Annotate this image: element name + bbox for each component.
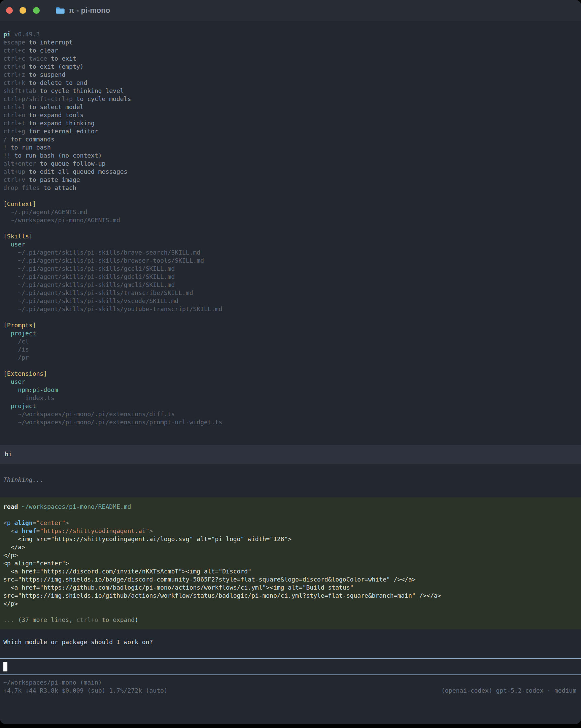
terminal-line: ~/.pi/agent/skills/pi-skills/transcribe/… [3, 289, 578, 297]
terminal-line: <a href="https://github.com/badlogic/pi-… [3, 583, 578, 592]
thinking-indicator: Thinking... [0, 476, 581, 484]
terminal-line: alt+up to edit all queued messages [3, 168, 578, 176]
terminal-line: [Extensions] [3, 370, 578, 378]
terminal-line: npm:pi-doom [3, 386, 578, 394]
terminal-line: ctrl+z to suspend [3, 71, 578, 79]
terminal-line [3, 224, 578, 232]
terminal-line: ctrl+c to clear [3, 47, 578, 55]
terminal-line: <img src="https://shittycodingagent.ai/l… [3, 535, 578, 543]
terminal-line: [Context] [3, 200, 578, 208]
help-and-context-output: pi v0.49.3escape to interruptctrl+c to c… [0, 30, 581, 426]
terminal-line: user [3, 240, 578, 249]
user-message: hi [0, 445, 581, 464]
statusbar: ~/workspaces/pi-mono (main) ↑4.7k ↓44 R3… [0, 675, 581, 695]
terminal-window: π - pi-mono pi v0.49.3escape to interrup… [0, 0, 581, 724]
terminal-line: ... (37 more lines, ctrl+o to expand) [3, 616, 578, 624]
terminal-line: ctrl+c twice to exit [3, 55, 578, 62]
terminal-line: </p> [3, 600, 578, 608]
folder-icon [56, 6, 65, 15]
terminal-line: ~/workspaces/pi-mono/AGENTS.md [3, 216, 578, 224]
terminal-line [3, 192, 578, 200]
terminal-line: project [3, 329, 578, 337]
terminal-line [3, 362, 578, 370]
tool-call-read-block: read ~/workspaces/pi-mono/README.md <p a… [0, 497, 581, 629]
terminal-line: ! to run bash [3, 144, 578, 152]
terminal-line: / for commands [3, 135, 578, 144]
terminal-line: ctrl+g for external editor [3, 127, 578, 135]
terminal-line: escape to interrupt [3, 38, 578, 47]
terminal-content: pi v0.49.3escape to interruptctrl+c to c… [0, 30, 581, 695]
terminal-line: ctrl+t to expand thinking [3, 119, 578, 127]
terminal-line: ctrl+d to exit (empty) [3, 62, 578, 71]
traffic-light-zoom-button[interactable] [33, 7, 40, 14]
traffic-light-minimize-button[interactable] [20, 7, 26, 14]
terminal-line: ~/.pi/agent/skills/pi-skills/gccli/SKILL… [3, 265, 578, 273]
terminal-line: [Prompts] [3, 321, 578, 329]
terminal-line: ~/.pi/agent/AGENTS.md [3, 208, 578, 216]
terminal-line: ctrl+v to paste image [3, 176, 578, 184]
terminal-line [3, 511, 578, 519]
terminal-line: alt+enter to queue follow-up [3, 160, 578, 168]
prompt-input[interactable] [0, 658, 581, 675]
terminal-line: user [3, 378, 578, 386]
terminal-line: ctrl+p/shift+ctrl+p to cycle models [3, 95, 578, 103]
terminal-line: read ~/workspaces/pi-mono/README.md [3, 503, 578, 511]
assistant-message: Which module or package should I work on… [0, 638, 581, 646]
terminal-line: index.ts [3, 394, 578, 402]
terminal-line: /cl [3, 337, 578, 345]
terminal-line: drop files to attach [3, 184, 578, 192]
terminal-line: !! to run bash (no context) [3, 152, 578, 160]
terminal-line: ctrl+l to select model [3, 103, 578, 111]
terminal-line: pi v0.49.3 [3, 30, 578, 38]
titlebar: π - pi-mono [0, 0, 581, 21]
terminal-line: ~/.pi/agent/skills/pi-skills/vscode/SKIL… [3, 297, 578, 305]
terminal-line: <p align="center"> [3, 559, 578, 567]
terminal-line: ctrl+k to delete to end [3, 79, 578, 87]
terminal-line: <p align="center"> [3, 519, 578, 527]
terminal-line: ~/workspaces/pi-mono/.pi/extensions/diff… [3, 410, 578, 418]
terminal-line: /pr [3, 354, 578, 362]
terminal-line: </a> [3, 543, 578, 551]
terminal-line: shift+tab to cycle thinking level [3, 87, 578, 95]
terminal-line: ctrl+o to expand tools [3, 111, 578, 119]
terminal-line: /is [3, 345, 578, 354]
terminal-line: project [3, 402, 578, 410]
traffic-light-close-button[interactable] [6, 7, 13, 14]
terminal-line: [Skills] [3, 232, 578, 240]
terminal-line: ~/.pi/agent/skills/pi-skills/gdcli/SKILL… [3, 273, 578, 281]
terminal-line: ~/workspaces/pi-mono/.pi/extensions/prom… [3, 418, 578, 426]
terminal-line: ~/.pi/agent/skills/pi-skills/youtube-tra… [3, 305, 578, 313]
terminal-line: src="https://img.shields.io/github/actio… [3, 592, 578, 600]
terminal-line [3, 313, 578, 321]
terminal-line: src="https://img.shields.io/badge/discor… [3, 575, 578, 583]
terminal-line: ~/.pi/agent/skills/pi-skills/browser-too… [3, 257, 578, 265]
terminal-line: <a href="https://shittycodingagent.ai"> [3, 527, 578, 535]
terminal-line: ~/.pi/agent/skills/pi-skills/gmcli/SKILL… [3, 281, 578, 289]
terminal-line: <a href="https://discord.com/invite/nKXT… [3, 567, 578, 575]
statusbar-cwd: ~/workspaces/pi-mono (main) [3, 678, 576, 686]
terminal-line [3, 608, 578, 616]
user-message-text: hi [5, 450, 576, 458]
terminal-line: ~/.pi/agent/skills/pi-skills/brave-searc… [3, 249, 578, 257]
text-cursor [3, 662, 7, 671]
statusbar-model: (openai-codex) gpt-5.2-codex · medium [441, 686, 576, 695]
window-title: π - pi-mono [69, 6, 110, 15]
terminal-line: </p> [3, 551, 578, 559]
